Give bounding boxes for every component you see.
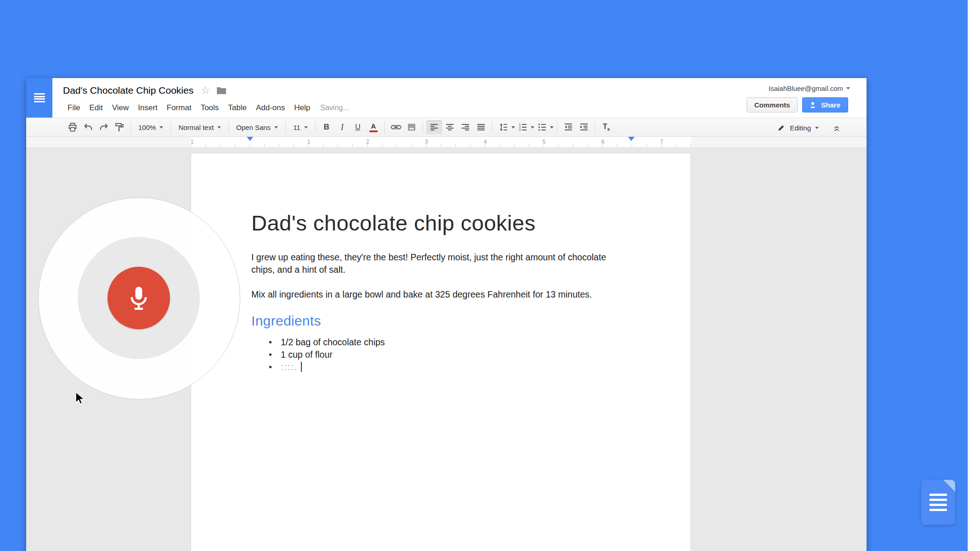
zoom-select[interactable]: 100% bbox=[134, 120, 167, 134]
ruler-number: 4 bbox=[484, 139, 487, 145]
doc-paragraph[interactable]: Mix all ingredients in a large bowl and … bbox=[251, 288, 631, 301]
align-center-button[interactable] bbox=[442, 120, 458, 134]
share-label: Share bbox=[821, 101, 840, 109]
chevron-down-icon[interactable] bbox=[550, 126, 554, 129]
numbered-list-button[interactable]: 123 bbox=[515, 120, 531, 134]
print-icon bbox=[67, 122, 78, 133]
line-spacing-button[interactable] bbox=[496, 120, 511, 134]
menu-edit[interactable]: Edit bbox=[85, 102, 107, 114]
account-email: IsaiahBluee@gmail.com bbox=[769, 84, 843, 92]
chevron-down-icon[interactable] bbox=[531, 126, 534, 129]
redo-icon bbox=[98, 122, 109, 133]
justify-button[interactable] bbox=[473, 120, 489, 134]
undo-icon bbox=[83, 122, 94, 133]
clear-formatting-button[interactable]: Tx bbox=[599, 120, 614, 134]
chevron-down-icon bbox=[304, 126, 308, 129]
paint-format-button[interactable] bbox=[112, 120, 127, 134]
ruler-number: 5 bbox=[543, 139, 546, 145]
numbered-list-icon: 123 bbox=[517, 122, 528, 133]
mouse-cursor bbox=[75, 392, 87, 405]
align-left-button[interactable] bbox=[426, 120, 442, 134]
bulleted-list-icon bbox=[537, 122, 548, 133]
insert-image-button[interactable] bbox=[404, 120, 419, 134]
mode-button[interactable]: Editing bbox=[774, 122, 822, 134]
chevron-down-icon bbox=[159, 126, 163, 129]
google-docs-window: Dad's Chocolate Chip Cookies ☆ IsaiahBlu… bbox=[26, 78, 867, 551]
increase-indent-button[interactable] bbox=[576, 120, 592, 134]
align-right-button[interactable] bbox=[458, 120, 473, 134]
saving-status: Saving... bbox=[320, 104, 349, 112]
doc-heading-ingredients[interactable]: Ingredients bbox=[251, 313, 631, 329]
chevron-down-icon[interactable] bbox=[511, 126, 515, 129]
document-title[interactable]: Dad's Chocolate Chip Cookies bbox=[63, 85, 193, 96]
menu-format[interactable]: Format bbox=[162, 102, 196, 114]
menu-addons[interactable]: Add-ons bbox=[251, 102, 289, 114]
line-spacing-icon bbox=[498, 122, 509, 133]
redo-button[interactable] bbox=[96, 120, 112, 134]
justify-icon bbox=[476, 122, 487, 133]
align-right-icon bbox=[460, 122, 471, 133]
doc-paragraph[interactable]: I grew up eating these, they're the best… bbox=[251, 251, 631, 276]
align-center-icon bbox=[444, 122, 455, 133]
left-indent-marker[interactable] bbox=[247, 137, 253, 141]
header-buttons: Comments Share bbox=[747, 97, 848, 112]
toolbar: 100% Normal text Open Sans 11 B I U bbox=[26, 118, 867, 137]
ruler-number: 6 bbox=[601, 139, 605, 145]
menu-bar: File Edit View Insert Format Tools Table… bbox=[63, 100, 867, 116]
zoom-value: 100% bbox=[138, 124, 156, 131]
underline-button[interactable]: U bbox=[350, 120, 366, 134]
font-size-select[interactable]: 11 bbox=[289, 120, 312, 134]
font-size-value: 11 bbox=[293, 124, 300, 131]
chevron-down-icon bbox=[274, 126, 278, 129]
align-left-icon bbox=[429, 122, 440, 133]
menu-table[interactable]: Table bbox=[223, 102, 251, 114]
badge-lines-icon bbox=[929, 494, 947, 511]
italic-button[interactable]: I bbox=[334, 120, 350, 134]
voice-typing-mic-button[interactable] bbox=[108, 267, 170, 329]
clear-formatting-icon: Tx bbox=[603, 123, 610, 132]
underline-icon: U bbox=[355, 123, 361, 131]
decrease-indent-button[interactable] bbox=[561, 120, 576, 134]
list-item[interactable]: 1 cup of flour bbox=[281, 349, 631, 361]
menu-file[interactable]: File bbox=[63, 102, 85, 114]
microphone-icon bbox=[124, 283, 153, 313]
pencil-icon bbox=[777, 124, 786, 132]
styles-select[interactable]: Normal text bbox=[174, 120, 225, 134]
document-page[interactable]: Dad's chocolate chip cookies I grew up e… bbox=[191, 153, 691, 551]
list-item[interactable]: ::::. bbox=[281, 361, 631, 373]
styles-value: Normal text bbox=[178, 124, 214, 131]
ruler-number: 1 bbox=[307, 139, 311, 145]
list-item[interactable]: 1/2 bag of chocolate chips bbox=[281, 336, 631, 349]
comments-button[interactable]: Comments bbox=[747, 97, 798, 112]
link-icon bbox=[390, 122, 402, 133]
undo-button[interactable] bbox=[80, 120, 96, 134]
right-indent-marker[interactable] bbox=[628, 137, 634, 141]
font-select[interactable]: Open Sans bbox=[232, 120, 282, 134]
menu-tools[interactable]: Tools bbox=[196, 102, 224, 114]
text-cursor bbox=[301, 362, 302, 372]
collapse-chevrons-icon bbox=[832, 123, 842, 133]
chevron-down-icon bbox=[815, 127, 819, 129]
scrollbar[interactable] bbox=[968, 0, 980, 551]
ruler-number: 3 bbox=[425, 139, 428, 145]
menu-insert[interactable]: Insert bbox=[133, 102, 162, 114]
chevron-down-icon bbox=[217, 126, 221, 129]
bulleted-list-button[interactable] bbox=[534, 120, 550, 134]
text-color-button[interactable]: A bbox=[366, 120, 381, 134]
voice-typing-dots: ::::. bbox=[281, 362, 298, 372]
star-icon[interactable]: ☆ bbox=[201, 85, 210, 96]
menu-view[interactable]: View bbox=[108, 102, 134, 114]
share-button[interactable]: Share bbox=[802, 97, 848, 112]
account-menu[interactable]: IsaiahBluee@gmail.com bbox=[769, 84, 850, 92]
badge-fold bbox=[943, 480, 955, 492]
text-color-icon: A bbox=[369, 123, 378, 132]
menu-help[interactable]: Help bbox=[289, 102, 315, 114]
toolbar-right: Editing bbox=[774, 118, 844, 137]
collapse-toolbar-button[interactable] bbox=[829, 121, 844, 135]
bold-button[interactable]: B bbox=[319, 120, 334, 134]
doc-heading-title[interactable]: Dad's chocolate chip cookies bbox=[251, 211, 631, 236]
folder-icon[interactable] bbox=[216, 86, 227, 95]
font-value: Open Sans bbox=[236, 124, 271, 131]
print-button[interactable] bbox=[65, 120, 80, 134]
insert-link-button[interactable] bbox=[388, 120, 404, 134]
